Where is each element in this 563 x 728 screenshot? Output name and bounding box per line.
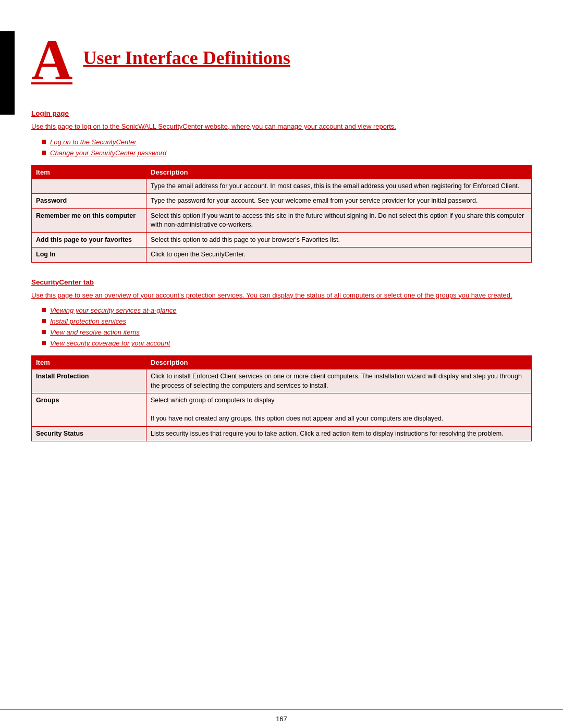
login-table-header-desc: Description (146, 165, 532, 179)
table-row: Log In Click to open the SecurityCenter. (32, 248, 532, 263)
security-bullet-4: View security coverage for your account (42, 339, 532, 347)
login-item-4: Log In (32, 248, 146, 263)
header-section: A User Interface Definitions (31, 31, 532, 89)
login-desc-1: Type the password for your account. See … (146, 194, 532, 209)
login-desc-4: Click to open the SecurityCenter. (146, 248, 532, 263)
security-bullet-list: Viewing your security services at-a-glan… (42, 306, 532, 347)
page-title: User Interface Definitions (83, 31, 290, 69)
sc-desc-1: Select which group of computers to displ… (146, 393, 532, 427)
security-link-3[interactable]: View and resolve action items (50, 328, 140, 336)
login-section: Login page Use this page to log on to th… (31, 109, 532, 263)
sc-desc-1-part1: Select which group of computers to displ… (151, 396, 527, 405)
table-row: Security Status Lists security issues th… (32, 426, 532, 441)
security-link-4[interactable]: View security coverage for your account (50, 339, 170, 347)
login-item-2: Remember me on this computer (32, 208, 146, 232)
table-row: Groups Select which group of computers t… (32, 393, 532, 427)
table-row: Remember me on this computer Select this… (32, 208, 532, 232)
sc-item-2: Security Status (32, 426, 146, 441)
login-link-1[interactable]: Log on to the SecurityCenter (50, 138, 137, 146)
sc-item-0: Install Protection (32, 369, 146, 393)
security-center-section: SecurityCenter tab Use this page to see … (31, 278, 532, 442)
security-table-header-desc: Description (146, 356, 532, 369)
sc-desc-1-part2: If you have not created any groups, this… (151, 414, 527, 424)
login-item-3: Add this page to your favorites (32, 232, 146, 248)
login-desc-3: Select this option to add this page to y… (146, 232, 532, 248)
security-link-2[interactable]: Install protection services (50, 317, 126, 325)
page-container: A User Interface Definitions Login page … (0, 0, 563, 728)
login-table: Item Description Type the email address … (31, 165, 532, 263)
appendix-letter: A (31, 31, 72, 89)
sc-item-1: Groups (32, 393, 146, 427)
bullet-icon-sc-1 (42, 308, 46, 312)
table-row: Install Protection Click to install Enfo… (32, 369, 532, 393)
login-desc-2: Select this option if you want to access… (146, 208, 532, 232)
security-center-heading: SecurityCenter tab (31, 278, 532, 286)
login-item-1: Password (32, 194, 146, 209)
appendix-tab (0, 31, 15, 115)
login-bullet-2: Change your SecurityCenter password (42, 149, 532, 157)
page-footer: 167 (0, 709, 563, 728)
login-section-intro: Use this page to log on to the SonicWALL… (31, 121, 532, 132)
bullet-icon-2 (42, 151, 46, 155)
sc-desc-2: Lists security issues that require you t… (146, 426, 532, 441)
login-section-heading: Login page (31, 109, 532, 117)
table-row: Password Type the password for your acco… (32, 194, 532, 209)
bullet-icon-sc-2 (42, 319, 46, 323)
bullet-icon-sc-3 (42, 330, 46, 334)
table-row: Add this page to your favorites Select t… (32, 232, 532, 248)
login-desc-0: Type the email address for your account.… (146, 179, 532, 194)
bullet-icon-1 (42, 140, 46, 144)
login-bullet-list: Log on to the SecurityCenter Change your… (42, 138, 532, 157)
security-bullet-3: View and resolve action items (42, 328, 532, 336)
security-table: Item Description Install Protection Clic… (31, 355, 532, 441)
login-item-0 (32, 179, 146, 194)
security-table-header-item: Item (32, 356, 146, 369)
security-center-intro: Use this page to see an overview of your… (31, 290, 532, 301)
login-table-header-item: Item (32, 165, 146, 179)
sc-desc-0: Click to install Enforced Client service… (146, 369, 532, 393)
table-row: Type the email address for your account.… (32, 179, 532, 194)
security-link-1[interactable]: Viewing your security services at-a-glan… (50, 306, 177, 314)
page-number: 167 (276, 715, 287, 723)
security-bullet-2: Install protection services (42, 317, 532, 325)
content-area: A User Interface Definitions Login page … (31, 0, 532, 709)
login-link-2[interactable]: Change your SecurityCenter password (50, 149, 166, 157)
security-bullet-1: Viewing your security services at-a-glan… (42, 306, 532, 314)
login-bullet-1: Log on to the SecurityCenter (42, 138, 532, 146)
bullet-icon-sc-4 (42, 341, 46, 345)
